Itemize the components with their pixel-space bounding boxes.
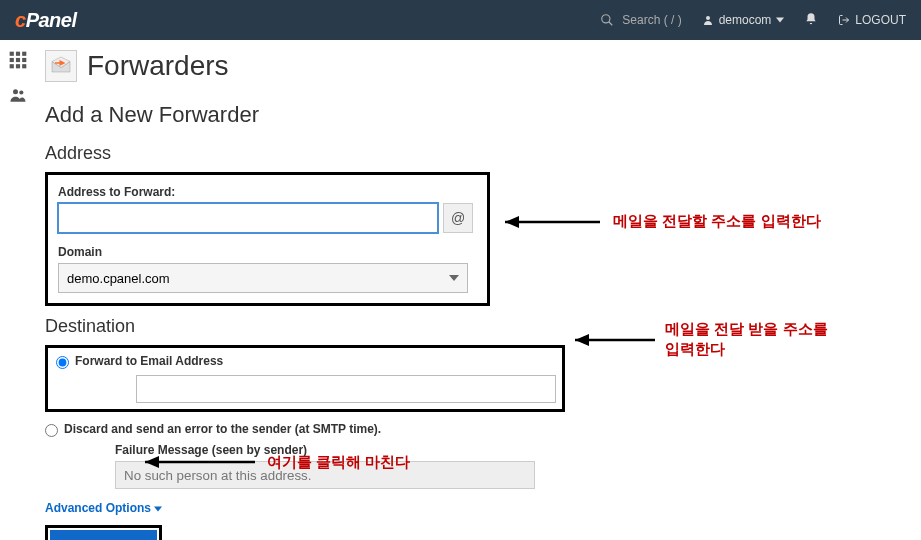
- destination-annotated-box: Forward to Email Address: [45, 345, 565, 412]
- annotation-arrow-1: [485, 212, 605, 232]
- address-heading: Address: [45, 143, 890, 164]
- bell-icon: [804, 12, 818, 26]
- logout-icon: [838, 14, 850, 26]
- svg-rect-11: [22, 64, 26, 68]
- annotation-text-3: 여기를 클릭해 마친다: [267, 453, 410, 472]
- svg-point-12: [13, 89, 18, 94]
- forwarders-icon: [45, 50, 77, 82]
- annotation-arrow-2: [560, 330, 660, 350]
- grid-icon: [8, 50, 28, 70]
- address-field-label: Address to Forward:: [58, 185, 477, 199]
- top-header: ccPanelPanel Search ( / ) democom LOGOUT: [0, 0, 921, 40]
- section-heading: Add a New Forwarder: [45, 102, 890, 128]
- chevron-down-icon: [776, 16, 784, 24]
- annotation-text-2b: 입력한다: [665, 340, 725, 359]
- at-button[interactable]: @: [443, 203, 473, 233]
- annotation-text-2a: 메일을 전달 받을 주소를: [665, 320, 828, 339]
- svg-rect-6: [9, 58, 13, 62]
- address-annotated-box: Address to Forward: @ Domain demo.cpanel…: [45, 172, 490, 306]
- svg-rect-7: [15, 58, 19, 62]
- notifications-button[interactable]: [804, 12, 818, 29]
- svg-marker-19: [145, 456, 159, 468]
- logout-button[interactable]: LOGOUT: [838, 13, 906, 27]
- svg-rect-9: [9, 64, 13, 68]
- search-icon: [600, 13, 614, 27]
- chevron-down-icon: [154, 505, 162, 513]
- svg-marker-17: [575, 334, 589, 346]
- logout-label: LOGOUT: [855, 13, 906, 27]
- forward-radio[interactable]: [56, 356, 69, 369]
- add-forwarder-button[interactable]: Add Forwarder: [50, 530, 157, 540]
- users-icon: [8, 85, 28, 105]
- submit-annotated-box: Add Forwarder: [45, 525, 162, 540]
- svg-rect-5: [22, 52, 26, 56]
- user-label: democom: [719, 13, 772, 27]
- left-sidebar: [0, 40, 35, 540]
- forward-email-input[interactable]: [136, 375, 556, 403]
- annotation-text-1: 메일을 전달할 주소를 입력한다: [613, 212, 821, 231]
- content-area: Forwarders Add a New Forwarder Address A…: [35, 40, 915, 540]
- svg-point-0: [602, 15, 610, 23]
- sidebar-grid-button[interactable]: [8, 50, 28, 70]
- svg-rect-8: [22, 58, 26, 62]
- page-title-row: Forwarders: [45, 50, 890, 82]
- page-title: Forwarders: [87, 50, 229, 82]
- svg-point-13: [19, 90, 23, 94]
- address-input[interactable]: [58, 203, 438, 233]
- domain-select[interactable]: demo.cpanel.com: [58, 263, 468, 293]
- svg-marker-15: [505, 216, 519, 228]
- domain-field-label: Domain: [58, 245, 477, 259]
- annotation-arrow-3: [130, 452, 260, 472]
- sidebar-users-button[interactable]: [8, 85, 28, 105]
- discard-radio[interactable]: [45, 424, 58, 437]
- svg-rect-4: [15, 52, 19, 56]
- svg-point-2: [706, 16, 710, 20]
- svg-rect-10: [15, 64, 19, 68]
- user-menu[interactable]: democom: [702, 13, 785, 27]
- svg-line-1: [609, 22, 613, 26]
- advanced-options-link[interactable]: Advanced Options: [45, 501, 162, 515]
- user-icon: [702, 14, 714, 26]
- discard-radio-label: Discard and send an error to the sender …: [64, 422, 381, 436]
- svg-rect-3: [9, 52, 13, 56]
- header-search[interactable]: Search ( / ): [600, 13, 681, 27]
- forward-radio-label: Forward to Email Address: [75, 354, 223, 368]
- brand-logo: ccPanelPanel: [15, 9, 76, 32]
- search-placeholder: Search ( / ): [622, 13, 681, 27]
